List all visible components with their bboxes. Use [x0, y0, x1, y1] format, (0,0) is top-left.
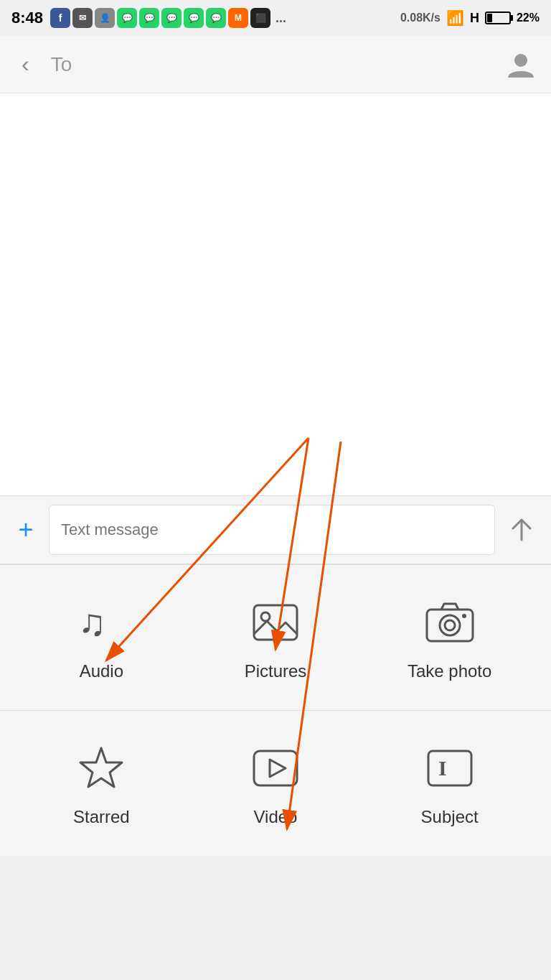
svg-rect-10 — [254, 751, 297, 785]
star-icon — [72, 739, 130, 797]
message-area — [0, 93, 551, 495]
text-message-input[interactable] — [49, 505, 495, 555]
app-icon-8: 💬 — [206, 8, 226, 28]
attachment-row-2: Starred Video I — [0, 711, 551, 856]
status-icons: f ✉ 👤 💬 💬 💬 💬 💬 M ⬛ ... — [50, 8, 289, 28]
svg-point-4 — [261, 612, 270, 621]
page-wrapper: 8:48 f ✉ 👤 💬 💬 💬 💬 💬 M ⬛ ... 0.08K/s 📶 H — [0, 0, 551, 980]
status-time: 8:48 — [11, 9, 43, 27]
svg-text:♫: ♫ — [78, 602, 106, 643]
network-type: H — [470, 11, 479, 26]
battery-percent: 22% — [517, 11, 540, 24]
svg-point-6 — [440, 615, 460, 635]
video-icon — [247, 739, 304, 797]
battery-fill — [487, 14, 492, 22]
app-icon-2: ✉ — [72, 8, 93, 28]
audio-label: Audio — [80, 661, 123, 681]
status-left: 8:48 f ✉ 👤 💬 💬 💬 💬 💬 M ⬛ ... — [11, 8, 289, 28]
attachment-panel: ♫ Audio Pictures — [0, 565, 551, 856]
status-bar: 8:48 f ✉ 👤 💬 💬 💬 💬 💬 M ⬛ ... 0.08K/s 📶 H — [0, 0, 551, 36]
app-icon-4: 💬 — [117, 8, 137, 28]
attachment-item-video[interactable]: Video — [225, 739, 326, 827]
more-apps-ellipsis: ... — [276, 11, 286, 26]
app-icon-5: 💬 — [139, 8, 159, 28]
send-icon — [506, 514, 537, 546]
app-icon-9: M — [228, 8, 248, 28]
attachment-item-audio[interactable]: ♫ Audio — [51, 594, 151, 681]
attachment-row-1: ♫ Audio Pictures — [0, 565, 551, 710]
svg-text:I: I — [438, 756, 447, 780]
app-icon-7: 💬 — [184, 8, 204, 28]
user-icon — [505, 49, 537, 80]
starred-label: Starred — [73, 807, 130, 827]
video-label: Video — [254, 807, 298, 827]
pictures-label: Pictures — [245, 661, 307, 681]
svg-rect-3 — [254, 605, 297, 640]
attachment-item-subject[interactable]: I Subject — [400, 739, 500, 827]
app-icon-6: 💬 — [161, 8, 182, 28]
battery-container: 22% — [485, 11, 540, 24]
attachment-item-pictures[interactable]: Pictures — [225, 594, 326, 681]
svg-point-8 — [462, 614, 466, 618]
subject-label: Subject — [421, 807, 479, 827]
attachment-item-starred[interactable]: Starred — [51, 739, 151, 827]
data-speed: 0.08K/s — [400, 11, 441, 24]
status-right: 0.08K/s 📶 H 22% — [400, 9, 540, 27]
take-photo-label: Take photo — [408, 661, 491, 681]
attachment-item-take-photo[interactable]: Take photo — [400, 594, 500, 681]
svg-marker-11 — [270, 760, 286, 777]
app-icon-3: 👤 — [95, 8, 115, 28]
header-bar: ‹ To — [0, 36, 551, 93]
svg-marker-9 — [80, 748, 122, 787]
to-label: To — [37, 53, 505, 76]
battery-icon — [485, 11, 511, 24]
plus-button[interactable]: + — [11, 515, 40, 545]
app-icon-10: ⬛ — [250, 8, 270, 28]
pictures-icon — [247, 594, 304, 651]
svg-rect-12 — [428, 751, 471, 785]
svg-point-0 — [514, 54, 527, 67]
subject-icon: I — [421, 739, 479, 797]
audio-icon: ♫ — [72, 594, 130, 651]
camera-icon — [421, 594, 479, 651]
avatar-button[interactable] — [505, 49, 537, 80]
svg-point-7 — [445, 620, 455, 630]
signal-icon: 📶 — [446, 9, 464, 27]
input-row: + — [0, 495, 551, 564]
back-button[interactable]: ‹ — [14, 44, 37, 85]
app-icon-1: f — [50, 8, 70, 28]
send-button[interactable] — [504, 512, 540, 548]
